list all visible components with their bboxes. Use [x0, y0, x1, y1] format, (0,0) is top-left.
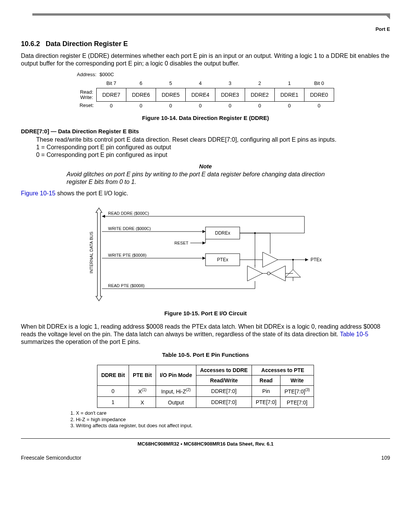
field-desc-para: These read/write bits control port E dat…: [36, 136, 390, 144]
write-label: Write:: [80, 94, 93, 100]
svg-marker-2: [102, 215, 105, 218]
reg-field: DDRE6: [126, 88, 156, 102]
svg-marker-14: [202, 257, 206, 260]
read-label: Read:: [80, 89, 93, 95]
reset-val: 0: [185, 101, 215, 110]
svg-point-23: [254, 232, 256, 234]
figure-15-caption: Figure 10-15. Port E I/O Circuit: [21, 310, 390, 317]
bit-header: 6: [126, 79, 156, 88]
reset-val: 0: [304, 101, 334, 110]
svg-marker-10: [202, 241, 206, 244]
bus-label: INTERNAL DATA BUS: [89, 232, 94, 273]
table-10-5-caption: Table 10-5. Port E Pin Functions: [21, 351, 390, 359]
field-desc-title: DDRE[7:0] — Data Direction Register E Bi…: [21, 128, 390, 135]
footer-company: Freescale Semiconductor: [21, 454, 81, 461]
reset-val: 0: [215, 101, 245, 110]
section-title: Data Direction Register E: [46, 40, 128, 48]
field-desc-line1: 1 = Corresponding port E pin configured …: [36, 144, 390, 151]
note-label: Note: [21, 163, 390, 170]
svg-text:RESET: RESET: [174, 241, 188, 245]
section-intro: Data direction register E (DDRE) determi…: [21, 52, 390, 67]
svg-marker-38: [247, 266, 263, 281]
port-header: Port E: [21, 26, 390, 33]
reg-field: DDRE7: [96, 88, 126, 102]
table-notes: 1. X = don't care 2. Hi-Z = high impedan…: [70, 410, 390, 430]
svg-marker-25: [263, 252, 278, 267]
col-write: Write: [280, 375, 314, 385]
pin-functions-table: DDRE Bit PTE Bit I/O Pin Mode Accesses t…: [97, 365, 314, 408]
register-table: Address: $000C Bit 7 6 5 4 3 2 1 Bit 0 R…: [77, 70, 334, 110]
figure-15-link[interactable]: Figure 10-15: [21, 190, 56, 197]
reset-val: 0: [245, 101, 274, 110]
col-acc-pte: Accesses to PTE: [252, 365, 314, 375]
svg-text:READ DDRE ($000C): READ DDRE ($000C): [108, 211, 149, 216]
svg-marker-33: [270, 266, 285, 281]
reset-val: 0: [96, 101, 126, 110]
bit-header: Bit 0: [304, 79, 334, 88]
para-after-fig15: When bit DDREx is a logic 1, reading add…: [21, 323, 390, 346]
reset-val: 0: [274, 101, 304, 110]
address-label: Address:: [77, 70, 96, 79]
field-desc-line0: 0 = Corresponding port E pin configured …: [36, 151, 390, 159]
svg-text:PTEx: PTEx: [311, 257, 322, 262]
svg-marker-28: [305, 258, 308, 261]
svg-marker-5: [202, 230, 206, 233]
col-ddre-bit: DDRE Bit: [97, 365, 129, 385]
footer-page-number: 109: [381, 454, 390, 461]
note-body: Avoid glitches on port E pins by writing…: [67, 171, 344, 186]
col-io-mode: I/O Pin Mode: [156, 365, 196, 385]
section-number: 10.6.2: [21, 40, 40, 48]
bit-header: 2: [245, 79, 274, 88]
table-row: 1 X Output DDRE[7:0] PTE[7:0] PTE[7:0]: [97, 396, 314, 407]
svg-text:DDREx: DDREx: [215, 230, 230, 236]
top-rule: [32, 13, 390, 16]
col-pte-bit: PTE Bit: [129, 365, 156, 385]
svg-text:READ PTE ($0008): READ PTE ($0008): [108, 283, 145, 288]
reg-field: DDRE3: [215, 88, 245, 102]
reg-field: DDRE1: [274, 88, 304, 102]
reg-field: DDRE4: [185, 88, 215, 102]
table-row: 0 X(1) Input, Hi-Z(2) DDRE[7:0] Pin PTE[…: [97, 385, 314, 396]
svg-text:WRITE DDRE ($000C): WRITE DDRE ($000C): [108, 226, 151, 231]
figure-15-intro: Figure 10-15 shows the port E I/O logic.: [21, 190, 390, 197]
bit-header: 3: [215, 79, 245, 88]
address-value: $000C: [96, 70, 126, 79]
bit-header: 1: [274, 79, 304, 88]
figure-14-caption: Figure 10-14. Data Direction Register E …: [21, 114, 390, 122]
col-read: Read: [252, 375, 280, 385]
bit-header: 5: [156, 79, 185, 88]
svg-text:WRITE PTE ($0008): WRITE PTE ($0008): [108, 253, 147, 257]
svg-marker-0: [96, 208, 102, 301]
reset-val: 0: [126, 101, 156, 110]
bit-header: Bit 7: [96, 79, 126, 88]
bit-header: 4: [185, 79, 215, 88]
svg-text:PTEx: PTEx: [217, 257, 228, 262]
reg-field: DDRE2: [245, 88, 274, 102]
col-acc-ddre: Accesses to DDRE: [196, 365, 252, 375]
io-circuit-diagram: INTERNAL DATA BUS READ DDRE ($000C) WRIT…: [88, 205, 323, 306]
section-heading: 10.6.2 Data Direction Register E: [21, 40, 390, 48]
footer-doc-title: MC68HC908MR32 • MC68HC908MR16 Data Sheet…: [21, 441, 390, 447]
col-rw: Read/Write: [196, 375, 252, 385]
reset-val: 0: [156, 101, 185, 110]
reg-field: DDRE5: [156, 88, 185, 102]
svg-point-35: [267, 272, 270, 275]
reset-label: Reset:: [77, 101, 96, 110]
reg-field: DDRE0: [304, 88, 334, 102]
table-10-5-link[interactable]: Table 10-5: [340, 331, 368, 337]
